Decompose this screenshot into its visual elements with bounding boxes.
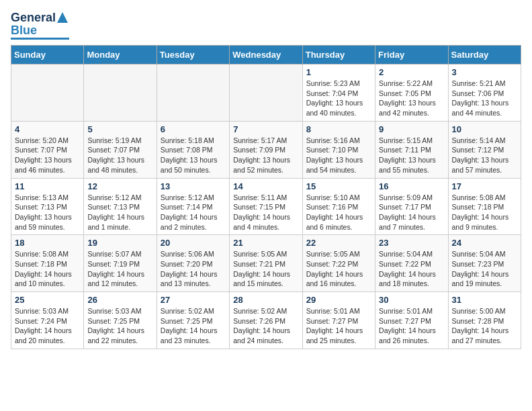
- day-number: 30: [379, 295, 444, 305]
- calendar-cell: 1Sunrise: 5:23 AM Sunset: 7:04 PM Daylig…: [302, 64, 375, 122]
- day-info: Sunrise: 5:12 AM Sunset: 7:13 PM Dayligh…: [87, 193, 152, 232]
- day-info: Sunrise: 5:16 AM Sunset: 7:10 PM Dayligh…: [306, 136, 371, 175]
- day-info: Sunrise: 5:06 AM Sunset: 7:20 PM Dayligh…: [161, 249, 226, 289]
- calendar-cell: 3Sunrise: 5:21 AM Sunset: 7:06 PM Daylig…: [448, 64, 521, 122]
- day-info: Sunrise: 5:04 AM Sunset: 7:23 PM Dayligh…: [452, 249, 517, 289]
- calendar-week-3: 11Sunrise: 5:13 AM Sunset: 7:13 PM Dayli…: [11, 178, 521, 235]
- day-number: 7: [233, 124, 298, 134]
- calendar-cell: [157, 64, 229, 122]
- day-number: 29: [306, 295, 371, 305]
- calendar-cell: 2Sunrise: 5:22 AM Sunset: 7:05 PM Daylig…: [375, 64, 448, 122]
- calendar-cell: 9Sunrise: 5:15 AM Sunset: 7:11 PM Daylig…: [375, 121, 448, 178]
- weekday-header-sunday: Sunday: [11, 46, 84, 64]
- day-info: Sunrise: 5:05 AM Sunset: 7:21 PM Dayligh…: [233, 249, 298, 289]
- day-number: 13: [161, 181, 226, 191]
- day-info: Sunrise: 5:23 AM Sunset: 7:04 PM Dayligh…: [306, 79, 371, 118]
- day-info: Sunrise: 5:02 AM Sunset: 7:25 PM Dayligh…: [161, 306, 226, 346]
- calendar-cell: 30Sunrise: 5:01 AM Sunset: 7:27 PM Dayli…: [375, 292, 448, 349]
- day-info: Sunrise: 5:17 AM Sunset: 7:09 PM Dayligh…: [233, 136, 298, 175]
- calendar-cell: 14Sunrise: 5:11 AM Sunset: 7:15 PM Dayli…: [230, 178, 302, 235]
- day-info: Sunrise: 5:03 AM Sunset: 7:25 PM Dayligh…: [87, 306, 152, 346]
- weekday-header-wednesday: Wednesday: [230, 46, 302, 64]
- calendar-table: SundayMondayTuesdayWednesdayThursdayFrid…: [11, 45, 521, 349]
- logo-general: General: [11, 11, 56, 24]
- day-info: Sunrise: 5:21 AM Sunset: 7:06 PM Dayligh…: [452, 79, 517, 118]
- day-number: 17: [452, 181, 517, 191]
- day-number: 21: [233, 238, 298, 248]
- day-info: Sunrise: 5:08 AM Sunset: 7:18 PM Dayligh…: [452, 193, 517, 232]
- day-number: 1: [306, 67, 371, 77]
- day-number: 25: [15, 295, 80, 305]
- weekday-header-tuesday: Tuesday: [157, 46, 229, 64]
- day-info: Sunrise: 5:03 AM Sunset: 7:24 PM Dayligh…: [15, 306, 80, 346]
- day-number: 19: [87, 238, 152, 248]
- day-info: Sunrise: 5:13 AM Sunset: 7:13 PM Dayligh…: [15, 193, 80, 232]
- calendar-cell: 18Sunrise: 5:08 AM Sunset: 7:18 PM Dayli…: [11, 235, 84, 292]
- day-info: Sunrise: 5:01 AM Sunset: 7:27 PM Dayligh…: [306, 306, 371, 346]
- calendar-week-2: 4Sunrise: 5:20 AM Sunset: 7:07 PM Daylig…: [11, 121, 521, 178]
- day-info: Sunrise: 5:02 AM Sunset: 7:26 PM Dayligh…: [233, 306, 298, 346]
- calendar-cell: 10Sunrise: 5:14 AM Sunset: 7:12 PM Dayli…: [448, 121, 521, 178]
- calendar-cell: 8Sunrise: 5:16 AM Sunset: 7:10 PM Daylig…: [302, 121, 375, 178]
- calendar-cell: 27Sunrise: 5:02 AM Sunset: 7:25 PM Dayli…: [157, 292, 229, 349]
- day-number: 22: [306, 238, 371, 248]
- calendar-cell: 16Sunrise: 5:09 AM Sunset: 7:17 PM Dayli…: [375, 178, 448, 235]
- calendar-cell: 29Sunrise: 5:01 AM Sunset: 7:27 PM Dayli…: [302, 292, 375, 349]
- day-info: Sunrise: 5:05 AM Sunset: 7:22 PM Dayligh…: [306, 249, 371, 289]
- day-info: Sunrise: 5:10 AM Sunset: 7:16 PM Dayligh…: [306, 193, 371, 232]
- day-info: Sunrise: 5:11 AM Sunset: 7:15 PM Dayligh…: [233, 193, 298, 232]
- calendar-week-5: 25Sunrise: 5:03 AM Sunset: 7:24 PM Dayli…: [11, 292, 521, 349]
- day-info: Sunrise: 5:15 AM Sunset: 7:11 PM Dayligh…: [379, 136, 444, 175]
- calendar-cell: 25Sunrise: 5:03 AM Sunset: 7:24 PM Dayli…: [11, 292, 84, 349]
- day-info: Sunrise: 5:12 AM Sunset: 7:14 PM Dayligh…: [161, 193, 226, 232]
- day-number: 31: [452, 295, 517, 305]
- day-number: 18: [15, 238, 80, 248]
- calendar-cell: 22Sunrise: 5:05 AM Sunset: 7:22 PM Dayli…: [302, 235, 375, 292]
- calendar-cell: 15Sunrise: 5:10 AM Sunset: 7:16 PM Dayli…: [302, 178, 375, 235]
- calendar-cell: 28Sunrise: 5:02 AM Sunset: 7:26 PM Dayli…: [230, 292, 302, 349]
- calendar-cell: [84, 64, 157, 122]
- day-number: 24: [452, 238, 517, 248]
- day-number: 16: [379, 181, 444, 191]
- day-info: Sunrise: 5:14 AM Sunset: 7:12 PM Dayligh…: [452, 136, 517, 175]
- day-number: 2: [379, 67, 444, 77]
- calendar-cell: 12Sunrise: 5:12 AM Sunset: 7:13 PM Dayli…: [84, 178, 157, 235]
- day-number: 3: [452, 67, 517, 77]
- day-info: Sunrise: 5:22 AM Sunset: 7:05 PM Dayligh…: [379, 79, 444, 118]
- day-number: 28: [233, 295, 298, 305]
- weekday-header-thursday: Thursday: [302, 46, 375, 64]
- day-info: Sunrise: 5:19 AM Sunset: 7:07 PM Dayligh…: [87, 136, 152, 175]
- day-number: 4: [15, 124, 80, 134]
- logo-underline: [11, 38, 69, 40]
- calendar-cell: 23Sunrise: 5:04 AM Sunset: 7:22 PM Dayli…: [375, 235, 448, 292]
- logo: General Blue: [11, 11, 69, 40]
- calendar-cell: 31Sunrise: 5:00 AM Sunset: 7:28 PM Dayli…: [448, 292, 521, 349]
- calendar-cell: 17Sunrise: 5:08 AM Sunset: 7:18 PM Dayli…: [448, 178, 521, 235]
- calendar-cell: 7Sunrise: 5:17 AM Sunset: 7:09 PM Daylig…: [230, 121, 302, 178]
- day-info: Sunrise: 5:04 AM Sunset: 7:22 PM Dayligh…: [379, 249, 444, 289]
- calendar-cell: 19Sunrise: 5:07 AM Sunset: 7:19 PM Dayli…: [84, 235, 157, 292]
- day-number: 12: [87, 181, 152, 191]
- svg-marker-0: [57, 12, 68, 23]
- calendar-cell: 20Sunrise: 5:06 AM Sunset: 7:20 PM Dayli…: [157, 235, 229, 292]
- calendar-cell: 21Sunrise: 5:05 AM Sunset: 7:21 PM Dayli…: [230, 235, 302, 292]
- day-number: 10: [452, 124, 517, 134]
- calendar-cell: 24Sunrise: 5:04 AM Sunset: 7:23 PM Dayli…: [448, 235, 521, 292]
- day-number: 14: [233, 181, 298, 191]
- calendar-cell: 6Sunrise: 5:18 AM Sunset: 7:08 PM Daylig…: [157, 121, 229, 178]
- day-info: Sunrise: 5:00 AM Sunset: 7:28 PM Dayligh…: [452, 306, 517, 346]
- day-number: 5: [87, 124, 152, 134]
- day-number: 9: [379, 124, 444, 134]
- day-number: 23: [379, 238, 444, 248]
- calendar-cell: [230, 64, 302, 122]
- day-info: Sunrise: 5:09 AM Sunset: 7:17 PM Dayligh…: [379, 193, 444, 232]
- day-info: Sunrise: 5:20 AM Sunset: 7:07 PM Dayligh…: [15, 136, 80, 175]
- logo-icon: [56, 11, 69, 24]
- calendar-cell: 4Sunrise: 5:20 AM Sunset: 7:07 PM Daylig…: [11, 121, 84, 178]
- day-info: Sunrise: 5:07 AM Sunset: 7:19 PM Dayligh…: [87, 249, 152, 289]
- calendar-week-4: 18Sunrise: 5:08 AM Sunset: 7:18 PM Dayli…: [11, 235, 521, 292]
- calendar-cell: 26Sunrise: 5:03 AM Sunset: 7:25 PM Dayli…: [84, 292, 157, 349]
- day-number: 20: [161, 238, 226, 248]
- calendar-cell: 5Sunrise: 5:19 AM Sunset: 7:07 PM Daylig…: [84, 121, 157, 178]
- calendar-header-row: SundayMondayTuesdayWednesdayThursdayFrid…: [11, 46, 521, 64]
